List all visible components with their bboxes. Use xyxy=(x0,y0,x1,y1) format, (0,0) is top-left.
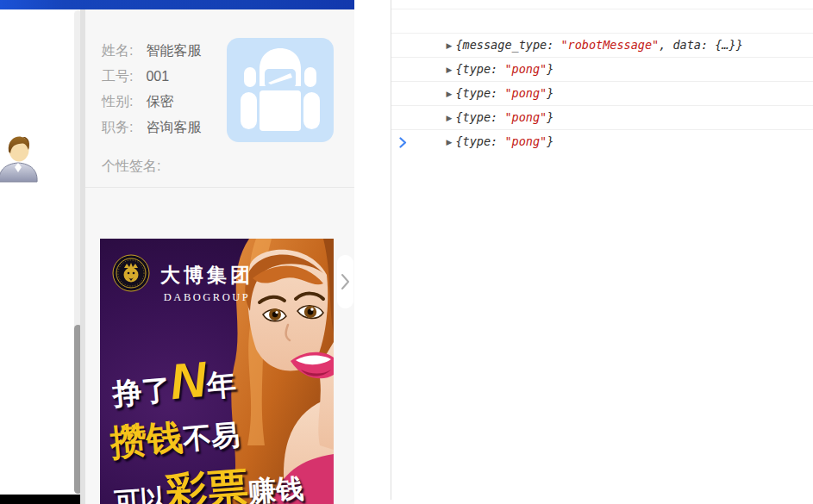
page-top-blue-bar xyxy=(0,0,354,9)
page-left-column xyxy=(0,9,80,495)
profile-row-title: 职务: 咨询客服 xyxy=(102,115,201,140)
panel-divider xyxy=(85,187,354,188)
visitor-avatar-icon xyxy=(0,133,39,183)
signature-label: 个性签名: xyxy=(102,158,160,176)
console-row-clipped[interactable]: ▶{type: "pong"} xyxy=(391,0,813,9)
gender-label: 性别: xyxy=(102,89,142,115)
profile-row-gender: 性别: 保密 xyxy=(102,89,201,115)
profile-row-name: 姓名: 智能客服 xyxy=(102,38,201,64)
ad-brand-chinese: 大博集团 xyxy=(155,262,259,289)
chevron-right-icon xyxy=(341,273,350,290)
screenshot-root: 姓名: 智能客服 工号: 001 性别: 保密 职务: 咨询客服 xyxy=(0,0,813,504)
devtools-console: ▶{type: "pong"} ▶{message_type: "robotMe… xyxy=(354,0,813,504)
disclosure-triangle-icon[interactable]: ▶ xyxy=(447,34,453,58)
profile-row-id: 工号: 001 xyxy=(102,64,201,90)
disclosure-triangle-icon[interactable]: ▶ xyxy=(447,59,453,82)
profile-fields: 姓名: 智能客服 工号: 001 性别: 保密 职务: 咨询客服 xyxy=(102,38,201,140)
title-value: 咨询客服 xyxy=(146,120,201,134)
disclosure-triangle-icon[interactable]: ▶ xyxy=(447,83,453,106)
ad-brand-english: DABOGROUP xyxy=(155,291,259,304)
robot-avatar-icon xyxy=(227,38,334,142)
lottery-ad-banner[interactable]: 大博集团 DABOGROUP 挣了N年 攒钱不易 可以彩票赚钱 xyxy=(100,239,334,504)
dabo-group-logo-icon xyxy=(112,254,150,292)
disclosure-triangle-icon[interactable]: ▶ xyxy=(447,131,453,154)
id-value: 001 xyxy=(146,69,169,84)
console-row-robot-message[interactable]: ▶{message_type: "robotMessage", data: {…… xyxy=(391,9,813,34)
console-log: ▶{type: "pong"} ▶{message_type: "robotMe… xyxy=(391,0,813,159)
name-value: 智能客服 xyxy=(146,43,201,58)
disclosure-triangle-icon[interactable]: ▶ xyxy=(447,107,453,130)
id-label: 工号: xyxy=(102,64,142,90)
title-label: 职务: xyxy=(102,115,142,140)
gender-value: 保密 xyxy=(146,94,173,109)
name-label: 姓名: xyxy=(102,38,142,64)
console-prompt-icon xyxy=(399,137,407,148)
carousel-next-button[interactable] xyxy=(337,255,353,308)
ad-brand-text: 大博集团 DABOGROUP xyxy=(155,262,259,304)
bottom-black-strip xyxy=(0,495,86,504)
agent-profile-panel: 姓名: 智能客服 工号: 001 性别: 保密 职务: 咨询客服 xyxy=(80,9,354,504)
